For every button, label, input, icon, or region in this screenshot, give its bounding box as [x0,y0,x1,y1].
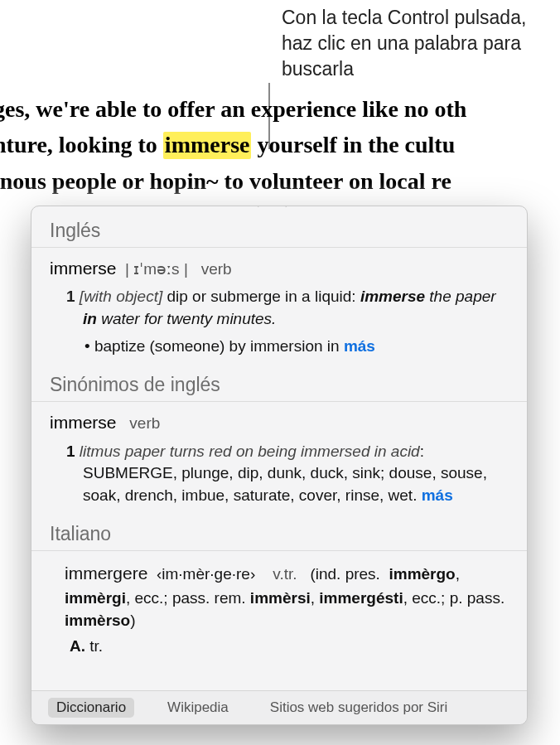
help-figure: Con la tecla Control pulsada, haz clic e… [0,0,560,745]
english-headword-line: immerse | ɪˈməːs | verb [31,256,527,284]
english-pronunciation: | ɪˈməːs | [125,260,188,278]
english-subsense: • baptize (someone) by immersion in más [31,334,527,361]
synonyms-headword: immerse [50,413,117,432]
italian-pos: v.tr. [273,565,297,583]
italian-headword: immergere [65,564,147,583]
section-title-synonyms: Sinónimos de inglés [31,370,527,402]
synonyms-headword-line: immerse verb [31,410,527,438]
english-pos: verb [201,260,232,278]
italian-sub: A. tr. [31,636,527,656]
italian-headword-line: immergere ‹im·mèr·ge·re› v.tr. (ind. pre… [31,559,527,636]
section-title-english: Inglés [31,216,527,248]
tab-wikipedia[interactable]: Wikipedia [159,698,237,718]
synonyms-sense-1: 1 litmus paper turns red on being immers… [31,439,527,510]
english-headword: immerse [50,259,117,278]
callout-text: Con la tecla Control pulsada, haz clic e… [282,5,547,82]
italian-syllabification: ‹im·mèr·ge·re› [157,565,255,583]
popover-footer: Diccionario Wikipedia Sitios web sugerid… [31,690,527,724]
popover-body: Inglés immerse | ɪˈməːs | verb 1 [with o… [31,206,527,690]
tab-dictionary[interactable]: Diccionario [48,698,134,718]
lookup-popover: Inglés immerse | ɪˈməːs | verb 1 [with o… [31,206,528,725]
more-link-english[interactable]: más [344,337,375,355]
english-sense-1: 1 [with object] dip or submerge in a liq… [31,284,527,333]
section-title-italian: Italiano [31,520,527,551]
tab-siri-suggested[interactable]: Sitios web sugeridos por Siri [262,698,456,718]
highlighted-word[interactable]: immerse [163,132,252,159]
more-link-synonyms[interactable]: más [422,486,453,504]
synonyms-pos: verb [129,414,160,432]
